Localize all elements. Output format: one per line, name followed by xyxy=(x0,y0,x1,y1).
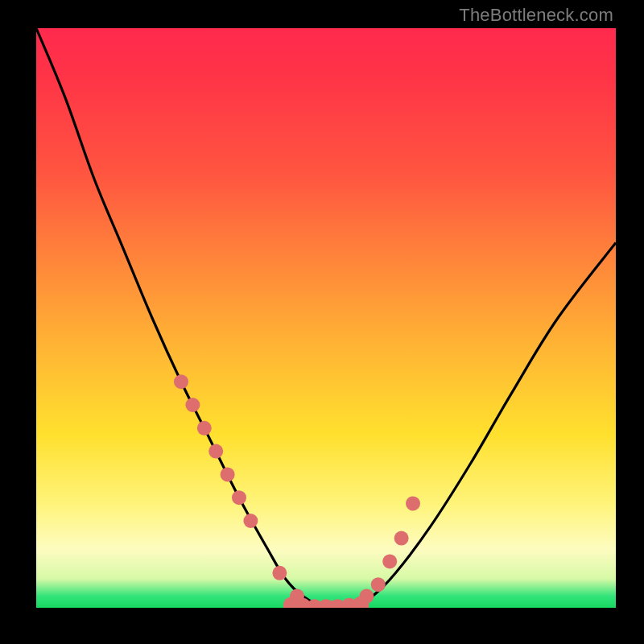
marker-dot xyxy=(185,398,200,412)
marker-dot xyxy=(394,531,409,546)
marker-dot xyxy=(232,490,246,505)
plot-area xyxy=(36,28,616,608)
bottleneck-curve xyxy=(36,28,616,608)
chart-stage: TheBottleneck.com xyxy=(0,0,644,644)
highlight-markers xyxy=(174,374,420,608)
marker-dot xyxy=(221,467,235,481)
marker-dot xyxy=(208,444,223,459)
marker-dot xyxy=(272,566,287,580)
curve-svg xyxy=(36,28,616,608)
marker-dot xyxy=(406,496,420,510)
marker-dot xyxy=(382,554,397,568)
marker-dot xyxy=(243,514,258,528)
marker-dot xyxy=(371,577,386,592)
marker-dot xyxy=(174,374,188,389)
watermark-text: TheBottleneck.com xyxy=(459,5,613,26)
marker-dot xyxy=(197,421,212,436)
